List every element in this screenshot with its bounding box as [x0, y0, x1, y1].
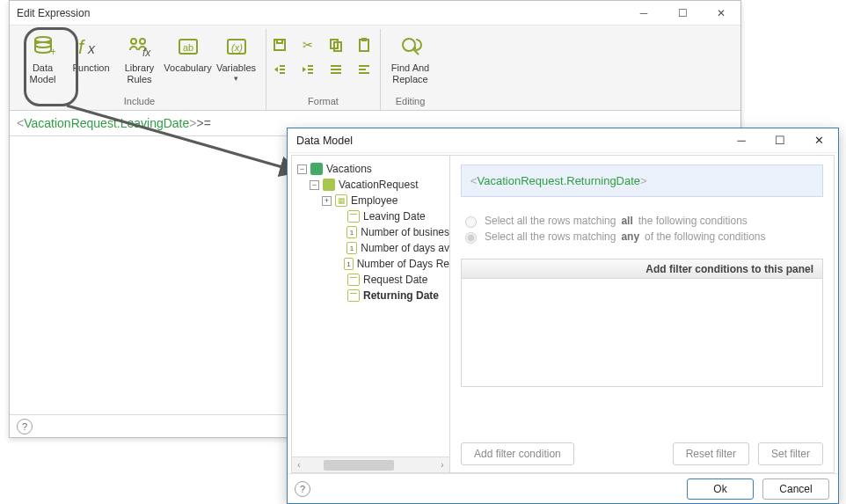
tree-node-root[interactable]: − Vacations [297, 161, 449, 177]
calendar-icon [347, 210, 360, 223]
number-icon: 1 [346, 226, 358, 238]
vocabulary-button[interactable]: ab Vocabulary [164, 31, 212, 74]
radio-all-input[interactable] [465, 216, 477, 228]
radio-all-suffix: the following conditions [638, 215, 748, 227]
selected-expression-box: <VacationRequest.ReturningDate> [461, 164, 823, 197]
data-model-body: − Vacations − VacationRequest + ▦ Employ… [291, 155, 835, 473]
tree-node-employee[interactable]: + ▦ Employee [297, 193, 449, 208]
cancel-label: Cancel [779, 483, 812, 495]
align-left-icon[interactable] [355, 61, 373, 78]
data-model-dialog-title: Data Model [296, 135, 353, 147]
radio-all-bold: all [621, 215, 632, 227]
tree-node-returning-date[interactable]: Returning Date [297, 288, 449, 303]
minimize-button[interactable]: ─ [624, 1, 663, 26]
edit-expression-title: Edit Expression [17, 7, 90, 19]
number-icon: 1 [344, 258, 353, 270]
reset-filter-button[interactable]: Reset filter [673, 442, 749, 465]
data-model-footer: ? Ok Cancel [288, 473, 838, 503]
svg-point-6 [140, 39, 145, 44]
find-replace-button[interactable]: Find And Replace [386, 31, 434, 85]
library-rules-icon: fx [126, 33, 154, 61]
dm-minimize-button[interactable]: ─ [722, 128, 761, 153]
tree-node-num-days-re[interactable]: 1 Number of Days Re [297, 256, 449, 272]
svg-point-5 [131, 39, 136, 44]
save-icon[interactable] [271, 36, 288, 54]
cut-icon[interactable]: ✂ [299, 36, 317, 54]
ribbon-include-label: Include [124, 96, 155, 108]
collapse-icon[interactable]: − [310, 180, 319, 190]
help-icon[interactable]: ? [17, 419, 33, 435]
scroll-thumb[interactable] [324, 460, 394, 471]
dm-close-button[interactable]: ✕ [799, 128, 838, 153]
tree-node-request-date[interactable]: Request Date [297, 272, 449, 288]
scroll-left-icon[interactable]: ‹ [292, 460, 306, 470]
paste-icon[interactable] [355, 36, 373, 54]
filter-panel-header: Add filter conditions to this panel [461, 259, 823, 278]
ribbon-editing-label: Editing [396, 96, 426, 108]
help-icon[interactable]: ? [295, 481, 310, 497]
svg-text:fx: fx [142, 47, 151, 59]
vocabulary-label: Vocabulary [164, 62, 211, 74]
find-replace-icon [397, 33, 425, 61]
tree-item-label: Request Date [363, 274, 427, 286]
scroll-right-icon[interactable]: › [435, 460, 449, 470]
data-model-right-panel: <VacationRequest.ReturningDate> Select a… [450, 156, 834, 472]
copy-icon[interactable] [327, 36, 345, 54]
row-match-options: Select all the rows matching all the fol… [461, 213, 823, 245]
add-filter-condition-button[interactable]: Add filter condition [461, 442, 574, 465]
close-button[interactable]: ✕ [702, 1, 740, 26]
set-filter-button[interactable]: Set filter [758, 442, 823, 465]
data-model-titlebar: Data Model ─ ☐ ✕ [288, 128, 838, 153]
svg-rect-13 [277, 40, 282, 43]
edit-expression-titlebar: Edit Expression ─ ☐ ✕ [10, 1, 740, 26]
radio-any-prefix: Select all the rows matching [485, 230, 616, 243]
tree-item-label: Number of Days Re [357, 258, 449, 270]
tree-node-num-business[interactable]: 1 Number of busines [297, 224, 449, 240]
variables-icon: (x) [222, 33, 251, 61]
function-button[interactable]: fx Function [67, 31, 115, 74]
expand-icon[interactable]: + [322, 196, 332, 206]
reset-filter-label: Reset filter [686, 448, 736, 460]
svg-text:(x): (x) [231, 42, 243, 53]
data-model-dialog: Data Model ─ ☐ ✕ − Vacations − VacationR… [287, 128, 839, 504]
dm-maximize-button[interactable]: ☐ [761, 128, 799, 153]
tree-item-label: Employee [351, 194, 397, 207]
filter-panel-body [461, 278, 823, 387]
data-model-label: Data Model [30, 62, 56, 85]
tree-node-leaving-date[interactable]: Leaving Date [297, 208, 449, 224]
radio-any-bold: any [621, 230, 639, 243]
radio-any-input[interactable] [465, 232, 477, 244]
radio-match-all[interactable]: Select all the rows matching all the fol… [461, 213, 823, 229]
radio-match-any[interactable]: Select all the rows matching any of the … [461, 229, 823, 245]
tree-node-num-days-av[interactable]: 1 Number of days av [297, 240, 449, 256]
indent-icon[interactable] [299, 61, 317, 78]
data-model-button[interactable]: + Data Model [18, 31, 67, 85]
find-replace-label: Find And Replace [391, 62, 429, 85]
tree-node-entity[interactable]: − VacationRequest [297, 177, 449, 193]
data-model-tree[interactable]: − Vacations − VacationRequest + ▦ Employ… [292, 156, 449, 457]
tree-root-label: Vacations [326, 163, 372, 175]
variables-label: Variables [216, 62, 256, 74]
tree-item-label: Leaving Date [363, 210, 426, 223]
sel-close: > [640, 174, 647, 187]
radio-any-suffix: of the following conditions [645, 230, 765, 243]
expr-open-bracket: < [17, 116, 24, 130]
cancel-button[interactable]: Cancel [762, 478, 829, 500]
entity-icon [323, 179, 335, 191]
tree-horizontal-scrollbar[interactable]: ‹ › [292, 457, 449, 472]
align-left-full-icon[interactable] [327, 61, 345, 78]
outdent-icon[interactable] [271, 61, 288, 78]
library-rules-button[interactable]: fx Library Rules [115, 31, 164, 85]
maximize-button[interactable]: ☐ [663, 1, 702, 26]
radio-all-prefix: Select all the rows matching [485, 215, 616, 227]
ok-button[interactable]: Ok [687, 478, 754, 500]
variables-button[interactable]: (x) Variables ▾ [212, 31, 260, 84]
collapse-icon[interactable]: − [297, 164, 307, 174]
data-model-tree-panel: − Vacations − VacationRequest + ▦ Employ… [292, 156, 450, 472]
add-filter-label: Add filter condition [474, 448, 561, 460]
svg-text:ab: ab [183, 42, 193, 53]
sel-open: < [470, 174, 478, 187]
fx-icon: fx [77, 33, 106, 61]
tree-item-label: Number of busines [361, 226, 449, 238]
sel-body: VacationRequest.ReturningDate [478, 174, 641, 187]
